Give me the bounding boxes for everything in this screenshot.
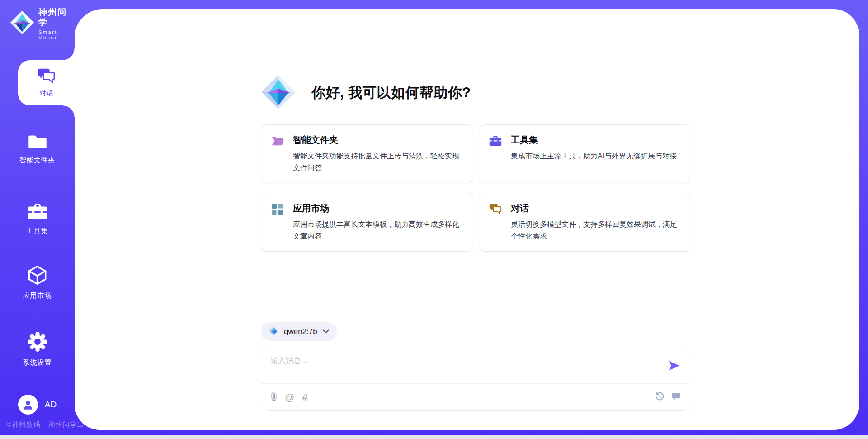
chat-bubble-button[interactable] [672,392,681,402]
card-app-market[interactable]: 应用市场 应用市场提供丰富长文本模板，助力高效生成多样化文章内容 [261,193,472,252]
horizontal-scrollbar[interactable] [0,435,868,439]
composer-toolbar: @ # [261,383,690,410]
card-title: 对话 [511,202,680,215]
history-icon [655,392,665,403]
paperclip-icon [270,392,277,403]
folder-icon [271,135,284,174]
at-icon: @ [285,392,294,402]
model-selector[interactable]: qwen2:7b [261,322,337,341]
greeting-row: 你好, 我可以如何帮助你? [261,74,471,111]
chevron-down-icon [323,329,329,334]
card-description: 应用市场提供丰富长文本模板，助力高效生成多样化文章内容 [293,219,462,242]
brand-name: 神州问学 [38,7,75,28]
card-title: 工具集 [511,134,677,146]
card-title: 智能文件夹 [293,134,462,146]
avatar [18,395,38,415]
card-text: 应用市场 应用市场提供丰富长文本模板，助力高效生成多样化文章内容 [293,202,462,242]
card-description: 智能文件夹功能支持批量文件上传与清洗，轻松实现文件问答 [293,150,462,173]
user-menu[interactable]: AD [0,395,75,415]
card-text: 智能文件夹 智能文件夹功能支持批量文件上传与清洗，轻松实现文件问答 [293,134,462,174]
sidebar-item-app-market[interactable]: 应用市场 [0,265,75,300]
grid-icon [271,203,284,242]
attach-button[interactable] [270,392,277,403]
sidebar: 神州问学 Smart Vision 对话 智能文件夹 [0,0,75,439]
cube-icon [28,265,47,286]
sidebar-item-label: 智能文件夹 [19,156,56,165]
sidebar-item-label: 对话 [39,89,54,98]
message-input[interactable] [270,355,650,379]
chat-icon [489,203,502,242]
user-name: AD [45,400,57,410]
sidebar-item-toolset[interactable]: 工具集 [0,203,75,235]
logo-diamond-icon [10,10,34,37]
sidebar-item-system-settings[interactable]: 系统设置 [0,331,75,367]
sidebar-item-smart-folder[interactable]: 智能文件夹 [0,134,75,165]
model-diamond-icon [269,325,279,338]
chat-bubble-icon [672,392,681,402]
card-title: 应用市场 [293,202,462,215]
send-button[interactable] [668,361,680,371]
toolbox-icon [28,203,47,222]
greeting-text: 你好, 我可以如何帮助你? [311,83,471,102]
active-tab-top-fillet [63,48,75,60]
card-description: 灵活切换多模型文件，支持多样回复效果调试，满足个性化需求 [511,219,680,242]
model-name: qwen2:7b [284,327,317,336]
copyright-footer: ©神州数码 · 神州问学出品 [6,420,91,429]
folder-icon [28,134,47,151]
topic-button[interactable]: # [302,392,307,402]
app-logo: 神州问学 Smart Vision [10,7,75,40]
gear-icon [27,331,48,353]
card-chat[interactable]: 对话 灵活切换多模型文件，支持多样回复效果调试，满足个性化需求 [479,193,690,252]
composer-tools-left: @ # [270,392,307,403]
hash-icon: # [302,392,307,402]
brand-subtitle: Smart Vision [38,29,75,40]
logo-text: 神州问学 Smart Vision [38,7,75,40]
sidebar-item-label: 应用市场 [23,291,52,300]
history-button[interactable] [655,392,665,403]
card-text: 工具集 集成市场上主流工具，助力AI与外界无缝扩展与对接 [511,134,677,174]
chat-icon [37,68,56,85]
card-text: 对话 灵活切换多模型文件，支持多样回复效果调试，满足个性化需求 [511,202,680,242]
card-smart-folder[interactable]: 智能文件夹 智能文件夹功能支持批量文件上传与清洗，轻松实现文件问答 [261,124,472,183]
card-toolset[interactable]: 工具集 集成市场上主流工具，助力AI与外界无缝扩展与对接 [479,124,690,183]
main-content-panel: 你好, 我可以如何帮助你? 智能文件夹 智能文件夹功能支持批量文件上传与清洗，轻… [75,9,859,430]
sidebar-item-label: 工具集 [27,227,48,235]
message-composer: @ # [261,348,690,411]
mention-button[interactable]: @ [285,392,294,402]
sidebar-item-label: 系统设置 [23,358,52,367]
sidebar-item-chat[interactable]: 对话 [18,60,75,105]
active-tab-bottom-fillet [63,105,75,117]
toolbox-icon [489,135,502,174]
brand-diamond-icon [261,74,296,111]
card-description: 集成市场上主流工具，助力AI与外界无缝扩展与对接 [511,150,677,162]
feature-cards: 智能文件夹 智能文件夹功能支持批量文件上传与清洗，轻松实现文件问答 工具集 [261,124,690,252]
composer-tools-right [655,392,681,403]
